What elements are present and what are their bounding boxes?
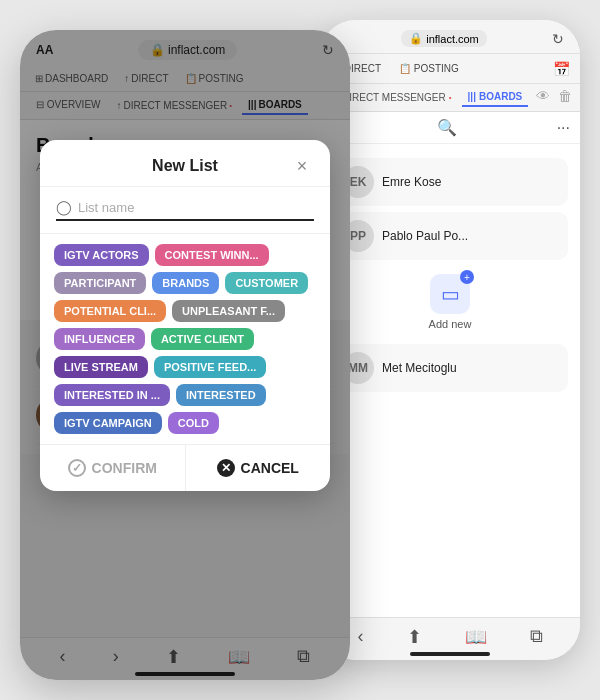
bg-name-met: Met Mecitoglu — [382, 361, 457, 375]
tag-positive-feed[interactable]: POSITIVE FEED... — [154, 356, 266, 378]
bg-bottom-nav: ‹ ⬆ 📖 ⧉ — [336, 626, 564, 648]
bg-eye-icon[interactable]: 👁 — [536, 88, 550, 107]
bg-search-row: ct 🔍 ··· — [320, 112, 580, 144]
bg-nav-tabs[interactable]: ⧉ — [530, 626, 543, 648]
modal-input-circle-icon: ◯ — [56, 199, 72, 215]
bg-bottom-bar: ‹ ⬆ 📖 ⧉ — [320, 617, 580, 660]
modal-header: New List × — [40, 140, 330, 187]
bg-add-new-btn[interactable]: ▭ + Add new — [332, 266, 568, 338]
tags-area: IGTV ACTORS CONTEST WINN... PARTICIPANT … — [40, 234, 330, 444]
modal-input-row: ◯ List name — [56, 199, 314, 221]
modal-input-placeholder: List name — [78, 200, 134, 215]
tag-igtv-campaign[interactable]: IGTV CAMPAIGN — [54, 412, 162, 434]
tag-interested[interactable]: INTERESTED — [176, 384, 266, 406]
bg-tab-boards[interactable]: ||| BOARDS — [462, 88, 529, 107]
background-phone: 🔒 inflact.com ↻ ↑ DIRECT 📋 POSTING 📅 ↑ D… — [320, 20, 580, 660]
bg-name-emre: Emre Kose — [382, 175, 441, 189]
modal-title: New List — [80, 157, 290, 175]
bg-url-area: 🔒 inflact.com — [401, 30, 487, 47]
bg-nav-back[interactable]: ‹ — [358, 626, 364, 648]
bg-name-pablo: Pablo Paul Po... — [382, 229, 468, 243]
bg-top-nav: ↑ DIRECT 📋 POSTING 📅 — [320, 54, 580, 84]
confirm-check-icon: ✓ — [68, 459, 86, 477]
tag-brands[interactable]: BRANDS — [152, 272, 219, 294]
modal-overlay: New List × ◯ List name IGTV ACTORS CONTE… — [20, 30, 350, 680]
tag-unpleasant-f[interactable]: UNPLEASANT F... — [172, 300, 285, 322]
tag-cold[interactable]: COLD — [168, 412, 219, 434]
modal-input-area: ◯ List name — [40, 187, 330, 234]
bg-contact-list: EK Emre Kose PP Pablo Paul Po... ▭ + Add… — [332, 158, 568, 392]
bg-search-icon[interactable]: 🔍 — [437, 118, 457, 137]
foreground-phone: AA 🔒 inflact.com ↻ ⊞DASHBOARD ↑DIRECT 📋P… — [20, 30, 350, 680]
bg-add-new-icon: ▭ + — [430, 274, 470, 314]
bg-contact-pablo[interactable]: PP Pablo Paul Po... — [332, 212, 568, 260]
bg-url-text: inflact.com — [426, 33, 479, 45]
tag-active-client[interactable]: ACTIVE CLIENT — [151, 328, 254, 350]
tag-live-stream[interactable]: LIVE STREAM — [54, 356, 148, 378]
confirm-label: CONFIRM — [92, 460, 157, 476]
bg-contact-emre[interactable]: EK Emre Kose — [332, 158, 568, 206]
tag-potential-cli[interactable]: POTENTIAL CLI... — [54, 300, 166, 322]
bg-more-icon[interactable]: ··· — [557, 119, 570, 137]
tag-igtv-actors[interactable]: IGTV ACTORS — [54, 244, 149, 266]
tag-participant[interactable]: PARTICIPANT — [54, 272, 146, 294]
bg-nav-share[interactable]: ⬆ — [407, 626, 422, 648]
tag-contest-winn[interactable]: CONTEST WINN... — [155, 244, 269, 266]
modal-footer: ✓ CONFIRM ✕ CANCEL — [40, 444, 330, 491]
tag-interested-in[interactable]: INTERESTED IN ... — [54, 384, 170, 406]
bg-plus-icon: + — [460, 270, 474, 284]
bg-home-indicator — [410, 652, 490, 656]
new-list-modal: New List × ◯ List name IGTV ACTORS CONTE… — [40, 140, 330, 491]
modal-cancel-button[interactable]: ✕ CANCEL — [186, 445, 331, 491]
modal-confirm-button[interactable]: ✓ CONFIRM — [40, 445, 186, 491]
bg-trash-icon[interactable]: 🗑 — [558, 88, 572, 107]
bg-nav-book[interactable]: 📖 — [465, 626, 487, 648]
bg-content: EK Emre Kose PP Pablo Paul Po... ▭ + Add… — [320, 144, 580, 406]
tag-customer[interactable]: CUSTOMER — [225, 272, 308, 294]
modal-close-button[interactable]: × — [290, 154, 314, 178]
bg-contact-met[interactable]: MM Met Mecitoglu — [332, 344, 568, 392]
tag-influencer[interactable]: INFLUENCER — [54, 328, 145, 350]
bg-statusbar: 🔒 inflact.com ↻ — [320, 20, 580, 54]
cancel-label: CANCEL — [241, 460, 299, 476]
bg-refresh-icon[interactable]: ↻ — [552, 31, 564, 47]
bg-nav-posting[interactable]: 📋 POSTING — [393, 60, 465, 77]
bg-lock-icon: 🔒 — [409, 32, 423, 45]
cancel-x-icon: ✕ — [217, 459, 235, 477]
bg-add-new-label: Add new — [429, 318, 472, 330]
